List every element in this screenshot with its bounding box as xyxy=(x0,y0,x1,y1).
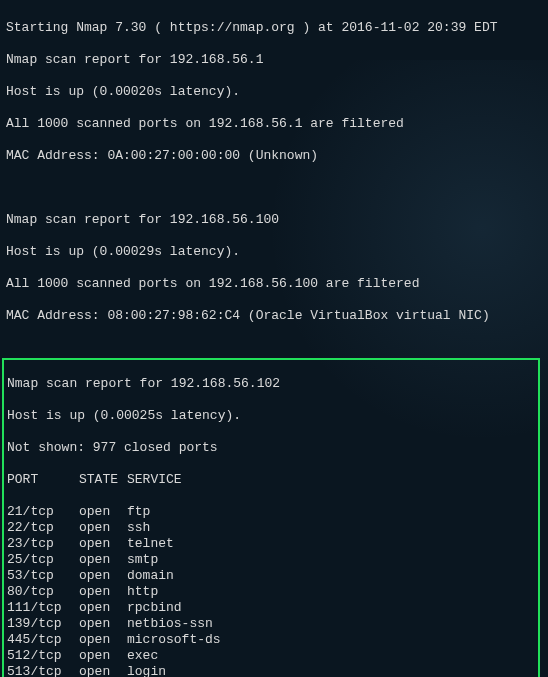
port-table-row: 53/tcpopendomain xyxy=(7,568,536,584)
blank-line xyxy=(6,180,542,196)
port-cell: 53/tcp xyxy=(7,568,79,584)
service-cell: rpcbind xyxy=(127,600,182,616)
state-cell: open xyxy=(79,632,127,648)
state-cell: open xyxy=(79,600,127,616)
port-cell: 512/tcp xyxy=(7,648,79,664)
mac-line: MAC Address: 08:00:27:98:62:C4 (Oracle V… xyxy=(6,308,542,324)
port-table-row: 23/tcpopentelnet xyxy=(7,536,536,552)
service-cell: login xyxy=(127,664,166,677)
port-table-row: 513/tcpopenlogin xyxy=(7,664,536,677)
col-service: SERVICE xyxy=(127,472,182,488)
port-cell: 22/tcp xyxy=(7,520,79,536)
state-cell: open xyxy=(79,664,127,677)
port-cell: 139/tcp xyxy=(7,616,79,632)
port-table-row: 22/tcpopenssh xyxy=(7,520,536,536)
port-cell: 445/tcp xyxy=(7,632,79,648)
port-table-row: 139/tcpopennetbios-ssn xyxy=(7,616,536,632)
state-cell: open xyxy=(79,584,127,600)
port-cell: 25/tcp xyxy=(7,552,79,568)
state-cell: open xyxy=(79,552,127,568)
port-cell: 23/tcp xyxy=(7,536,79,552)
scan-report-line: Nmap scan report for 192.168.56.1 xyxy=(6,52,542,68)
terminal-output: Starting Nmap 7.30 ( https://nmap.org ) … xyxy=(0,0,548,677)
port-table-row: 25/tcpopensmtp xyxy=(7,552,536,568)
port-cell: 513/tcp xyxy=(7,664,79,677)
state-cell: open xyxy=(79,520,127,536)
scan-report-line: Nmap scan report for 192.168.56.102 xyxy=(7,376,536,392)
port-table-body: 21/tcpopenftp22/tcpopenssh23/tcpopenteln… xyxy=(7,504,536,677)
port-table-row: 111/tcpopenrpcbind xyxy=(7,600,536,616)
service-cell: netbios-ssn xyxy=(127,616,213,632)
port-table-row: 445/tcpopenmicrosoft-ds xyxy=(7,632,536,648)
host-up-line: Host is up (0.00020s latency). xyxy=(6,84,542,100)
port-table-row: 512/tcpopenexec xyxy=(7,648,536,664)
host-up-line: Host is up (0.00029s latency). xyxy=(6,244,542,260)
service-cell: ftp xyxy=(127,504,150,520)
highlighted-host-box: Nmap scan report for 192.168.56.102 Host… xyxy=(2,358,540,677)
host-up-line: Host is up (0.00025s latency). xyxy=(7,408,536,424)
state-cell: open xyxy=(79,536,127,552)
nmap-start-line: Starting Nmap 7.30 ( https://nmap.org ) … xyxy=(6,20,542,36)
service-cell: exec xyxy=(127,648,158,664)
mac-line: MAC Address: 0A:00:27:00:00:00 (Unknown) xyxy=(6,148,542,164)
service-cell: domain xyxy=(127,568,174,584)
port-cell: 111/tcp xyxy=(7,600,79,616)
service-cell: smtp xyxy=(127,552,158,568)
port-table-row: 80/tcpopenhttp xyxy=(7,584,536,600)
state-cell: open xyxy=(79,648,127,664)
service-cell: microsoft-ds xyxy=(127,632,221,648)
not-shown-line: Not shown: 977 closed ports xyxy=(7,440,536,456)
state-cell: open xyxy=(79,504,127,520)
service-cell: http xyxy=(127,584,158,600)
filtered-line: All 1000 scanned ports on 192.168.56.100… xyxy=(6,276,542,292)
filtered-line: All 1000 scanned ports on 192.168.56.1 a… xyxy=(6,116,542,132)
port-cell: 80/tcp xyxy=(7,584,79,600)
port-cell: 21/tcp xyxy=(7,504,79,520)
service-cell: ssh xyxy=(127,520,150,536)
port-table-row: 21/tcpopenftp xyxy=(7,504,536,520)
col-state: STATE xyxy=(79,472,127,488)
port-table-header: PORTSTATESERVICE xyxy=(7,472,536,488)
col-port: PORT xyxy=(7,472,79,488)
scan-report-line: Nmap scan report for 192.168.56.100 xyxy=(6,212,542,228)
service-cell: telnet xyxy=(127,536,174,552)
state-cell: open xyxy=(79,616,127,632)
state-cell: open xyxy=(79,568,127,584)
